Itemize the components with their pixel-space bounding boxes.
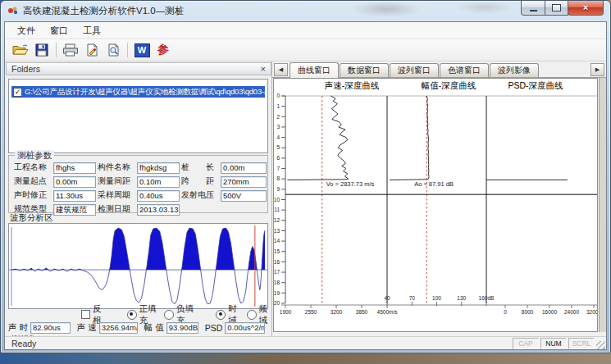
svg-text:14: 14 [274, 238, 280, 243]
readout-field[interactable]: 93.90dB [166, 322, 198, 334]
svg-text:7: 7 [276, 166, 280, 171]
client-area: 文件窗口工具 [4, 21, 607, 350]
title-bar[interactable]: 高铁建混凝土检测分析软件V1.0—测桩 × [1, 1, 610, 20]
readout-label: 幅 值 [144, 322, 164, 334]
status-bar: Ready CAPNUMSCRL [5, 336, 606, 350]
pile-params-grid: 工程名称fhghs构件名称fhgkdsg桩 长0.00m测量起点0.00m测量间… [9, 156, 267, 216]
status-text: Ready [11, 339, 36, 348]
maximize-button[interactable] [545, 1, 568, 16]
readout-field[interactable]: 82.90us [30, 322, 71, 334]
printer-icon [62, 43, 79, 57]
parameter-char-icon: 参 [157, 43, 169, 57]
readout-field[interactable]: 0.00us^2/m [225, 322, 265, 334]
tab-4[interactable]: 色谱窗口 [440, 63, 489, 77]
export-word-button[interactable]: W [131, 41, 153, 59]
param-field[interactable]: fhgkdsg [137, 162, 180, 174]
readout-label: 声 速 [77, 322, 97, 334]
fill-positive-radio[interactable] [127, 310, 137, 320]
tab-scroll-left-button[interactable]: ◀ [274, 63, 288, 76]
tree-item[interactable]: ✓ G:\公司产品设计开发\超声仪器\超声仪实地检测数据调试\qd\qd03\q… [11, 86, 265, 98]
folder-tree[interactable]: ✓ G:\公司产品设计开发\超声仪器\超声仪实地检测数据调试\qd\qd03\q… [8, 79, 268, 153]
svg-text:1900: 1900 [280, 309, 292, 315]
keyboard-indicators: CAPNUMSCRL [511, 338, 595, 349]
param-label: 测量起点 [14, 176, 52, 188]
menu-item-3[interactable]: 工具 [75, 23, 108, 39]
svg-text:8000: 8000 [522, 309, 534, 315]
waveform-display[interactable] [8, 223, 268, 309]
svg-text:12: 12 [274, 217, 280, 223]
param-field[interactable]: 0.00m [221, 162, 267, 174]
minimize-button[interactable] [521, 1, 545, 16]
parameters-button[interactable]: 参 [153, 41, 174, 59]
tab-5[interactable]: 波列影像 [490, 63, 539, 77]
resize-grip[interactable] [596, 341, 605, 350]
toolbar-separator [56, 43, 57, 57]
tab-2[interactable]: 数据窗口 [340, 63, 389, 77]
tab-3[interactable]: 波列窗口 [390, 63, 439, 77]
menu-item-2[interactable]: 窗口 [43, 23, 75, 39]
fill-negative-radio[interactable] [164, 310, 174, 320]
save-button[interactable] [31, 41, 52, 59]
svg-text:20: 20 [274, 300, 280, 306]
param-label: 检测日期 [98, 204, 135, 216]
time-domain-radio[interactable] [216, 310, 226, 320]
readout-label: PSD [205, 323, 223, 333]
invert-checkbox[interactable] [81, 310, 90, 319]
tab-bar: ◀曲线窗口数据窗口波列窗口色谱窗口波列影像▶ [272, 61, 606, 78]
window-controls: × [522, 1, 604, 16]
chart-scrollbar[interactable] [599, 78, 606, 332]
svg-text:70: 70 [409, 295, 416, 301]
param-label: 测量间距 [98, 176, 135, 188]
svg-text:11: 11 [274, 207, 280, 212]
window-title: 高铁建混凝土检测分析软件V1.0—测桩 [23, 5, 184, 17]
param-field[interactable]: 2013.03.13 [137, 204, 180, 216]
param-label: 构件名称 [98, 162, 135, 174]
open-folder-icon [12, 43, 29, 57]
svg-text:1: 1 [276, 103, 280, 109]
print-button[interactable] [60, 41, 81, 59]
param-label: 发射电压 [181, 190, 219, 202]
close-icon: × [583, 2, 588, 14]
print-setup-button[interactable] [81, 41, 103, 59]
print-preview-button[interactable] [103, 41, 124, 59]
tab-scroll-right-button[interactable]: ▶ [590, 63, 604, 76]
param-field[interactable]: 270mm [221, 176, 267, 188]
param-label: 桩 长 [181, 162, 219, 174]
param-field[interactable]: 0.10m [137, 176, 180, 188]
svg-text:16: 16 [274, 259, 280, 265]
chart-canvas[interactable]: 0123456789101112131415161718192019002550… [273, 78, 598, 332]
left-panel: Folders × ✓ G:\公司产品设计开发\超声仪器\超声仪实地检测数据调试… [6, 61, 271, 336]
param-field[interactable]: 11.30us [53, 190, 96, 202]
svg-text:2: 2 [276, 114, 280, 120]
param-field[interactable]: 500V [221, 190, 267, 202]
checkbox-checked-icon[interactable]: ✓ [13, 88, 22, 97]
param-field[interactable]: 0.00m [53, 176, 96, 188]
param-field[interactable]: 0.40us [137, 190, 180, 202]
word-icon: W [135, 43, 150, 57]
close-button[interactable]: × [568, 1, 604, 16]
menu-item-1[interactable]: 文件 [10, 23, 43, 39]
svg-text:8: 8 [276, 175, 280, 181]
folders-panel-header: Folders × [6, 62, 271, 75]
minimize-icon [530, 10, 537, 11]
svg-text:15: 15 [274, 248, 280, 254]
tab-1[interactable]: 曲线窗口 [290, 62, 339, 78]
param-field[interactable]: 建筑规范 [53, 204, 96, 216]
toolbar-separator [127, 43, 128, 57]
wave-controls: 反相 正填充 负填充 时域 [6, 308, 271, 321]
freq-domain-radio[interactable] [247, 310, 257, 320]
svg-text:160dB: 160dB [479, 295, 495, 301]
folders-close-icon[interactable]: × [261, 65, 266, 73]
readout-field[interactable]: 3256.94m/s [99, 322, 138, 334]
svg-text:100: 100 [432, 295, 441, 301]
svg-text:17: 17 [274, 269, 280, 275]
main-area: Folders × ✓ G:\公司产品设计开发\超声仪器\超声仪实地检测数据调试… [5, 61, 606, 336]
open-file-button[interactable] [10, 41, 31, 59]
svg-text:13: 13 [274, 228, 280, 234]
depth-curves-plot: 0123456789101112131415161718192019002550… [274, 79, 597, 331]
chart-title-psd: PSD-深度曲线 [474, 80, 597, 92]
waveform-plot [9, 224, 267, 308]
param-field[interactable]: fhghs [53, 162, 96, 174]
svg-text:4500m/s: 4500m/s [377, 309, 399, 315]
wave-section-label: 波形分析区 [10, 212, 53, 224]
